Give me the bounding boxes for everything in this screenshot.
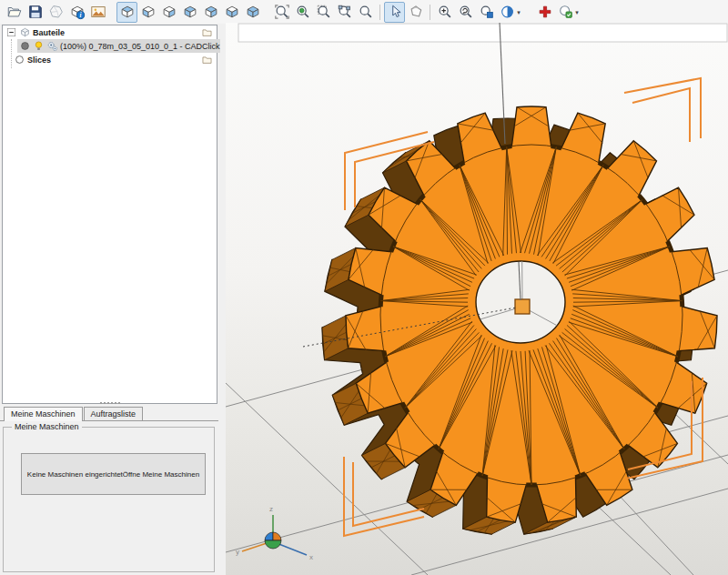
contrast-icon xyxy=(500,4,516,20)
view-cube-right-icon xyxy=(203,4,219,20)
zoom-selection-icon xyxy=(337,4,353,20)
toolbar-separator xyxy=(430,5,430,20)
tree-row-part[interactable]: (100%) 0_78m_03_05_010_0_1 - CADClick xyxy=(3,39,217,53)
add-part-button[interactable] xyxy=(534,2,555,23)
view-top-button[interactable] xyxy=(116,2,137,23)
view-cube-bottom-icon xyxy=(161,4,177,20)
zoom-in-button[interactable] xyxy=(434,2,455,23)
tab-meine-maschinen[interactable]: Meine Maschinen xyxy=(4,407,83,421)
tree-label-slices: Slices xyxy=(27,55,51,65)
parts-tree-panel: Bauteile (100%) 0_78m_03_05_010_0_1 - CA… xyxy=(2,25,217,404)
svg-text:y: y xyxy=(236,548,239,556)
open-button[interactable] xyxy=(4,2,25,23)
origin-marker xyxy=(515,299,530,314)
open-part-folder-button[interactable] xyxy=(201,26,213,38)
machines-groupbox: Meine Maschinen Keine Maschinen eingeric… xyxy=(3,427,215,572)
open-slices-folder-button[interactable] xyxy=(201,54,213,66)
view-front-button[interactable] xyxy=(137,2,158,23)
machines-panel: Meine Maschinen Auftragsliste Meine Masc… xyxy=(0,405,218,575)
view-bottom-button[interactable] xyxy=(158,2,179,23)
magnifier-icon xyxy=(358,4,374,20)
build-volume-corner-bracket xyxy=(632,88,690,142)
machines-tabstrip: Meine Maschinen Auftragsliste xyxy=(0,405,218,421)
save-button[interactable] xyxy=(25,2,46,23)
part-status-icon xyxy=(19,40,31,52)
image-icon xyxy=(90,4,106,20)
zoom-selection-button[interactable] xyxy=(334,2,355,23)
view-cube-back-icon xyxy=(224,4,240,20)
solid-icon xyxy=(48,4,65,20)
viewport-top-strip xyxy=(238,24,727,42)
no-machines-button[interactable]: Keine Maschinen eingerichtetÖffne Meine … xyxy=(21,453,206,495)
zoom-region-icon xyxy=(316,4,332,20)
view-cube-iso-icon xyxy=(245,4,261,20)
axis-triad: zyx xyxy=(236,505,313,561)
contrast-button[interactable]: ▾ xyxy=(497,2,523,23)
part-settings-icon[interactable] xyxy=(46,40,58,52)
zoom-fit-button[interactable] xyxy=(271,2,292,23)
zoom-parts-icon xyxy=(295,4,311,20)
view-right-button[interactable] xyxy=(200,2,221,23)
add-machine-button[interactable]: ▾ xyxy=(555,2,581,23)
tree-row-bauteile[interactable]: Bauteile xyxy=(3,25,217,39)
zoom-in-icon xyxy=(437,4,453,20)
add-machine-icon xyxy=(558,4,574,20)
zoom-fit-icon xyxy=(274,4,290,20)
tree-row-slices[interactable]: Slices xyxy=(3,53,217,66)
add-plus-icon xyxy=(537,4,553,20)
zoom-window-button[interactable] xyxy=(476,2,497,23)
view-cube-left-icon xyxy=(182,4,198,20)
select-cursor-button[interactable] xyxy=(384,2,405,23)
zoom-parts-button[interactable] xyxy=(292,2,313,23)
snapshot-button[interactable] xyxy=(87,2,108,23)
viewport-3d[interactable]: zyx xyxy=(226,23,728,575)
zoom-region-button[interactable] xyxy=(313,2,334,23)
viewport-canvas[interactable]: zyx xyxy=(226,23,728,575)
zoom-window-icon xyxy=(479,4,495,20)
solid-view-button[interactable] xyxy=(46,2,66,23)
dropdown-caret-icon[interactable]: ▾ xyxy=(575,9,579,15)
view-cube-front-icon xyxy=(140,4,157,20)
toolbar-separator xyxy=(379,5,380,20)
orbit-button[interactable] xyxy=(405,2,426,23)
dropdown-caret-icon[interactable]: ▾ xyxy=(517,9,521,15)
tab-auftragsliste[interactable]: Auftragsliste xyxy=(84,407,144,420)
main-toolbar: i▾▾ xyxy=(0,0,728,24)
folder-open-icon xyxy=(6,4,23,20)
svg-text:x: x xyxy=(309,553,313,561)
cube-info-icon: i xyxy=(69,4,86,20)
cursor-icon xyxy=(387,4,403,20)
svg-text:i: i xyxy=(79,12,81,19)
view-iso-button[interactable] xyxy=(242,2,263,23)
slices-status-icon[interactable] xyxy=(14,54,25,66)
svg-text:z: z xyxy=(269,505,273,513)
parts-group-icon xyxy=(19,26,31,38)
splitter-handle[interactable] xyxy=(100,402,120,404)
tree-label-bauteile: Bauteile xyxy=(33,28,65,37)
zoom-previous-icon xyxy=(458,4,474,20)
orbit-icon xyxy=(408,4,424,20)
tree-label-part: (100%) 0_78m_03_05_010_0_1 - CADClick xyxy=(60,42,220,51)
save-icon xyxy=(27,4,44,20)
view-back-button[interactable] xyxy=(221,2,242,23)
view-left-button[interactable] xyxy=(179,2,200,23)
visibility-bulb-icon[interactable] xyxy=(33,40,45,52)
machines-groupbox-label: Meine Maschinen xyxy=(12,422,82,431)
part-info-button[interactable]: i xyxy=(66,2,87,23)
view-cube-top-icon xyxy=(119,4,136,20)
slicer-app: i▾▾ Bauteile (100%) 0_78m_03_05_010_0_1 … xyxy=(0,0,728,575)
zoom-button[interactable] xyxy=(355,2,376,23)
expand-minus-icon[interactable] xyxy=(5,26,17,38)
zoom-previous-button[interactable] xyxy=(455,2,476,23)
